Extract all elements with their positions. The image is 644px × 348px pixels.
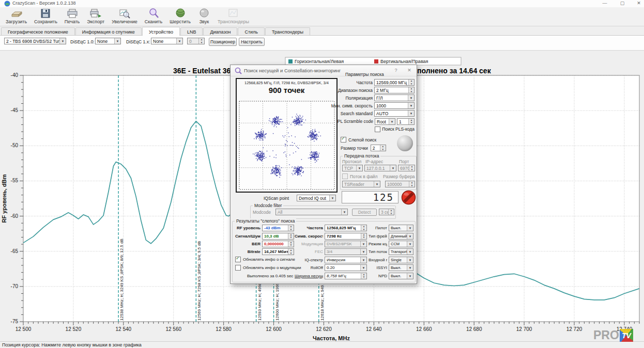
result-2-stepper[interactable]: 0,0000000▲▼	[262, 241, 294, 247]
spinner-arrows-icon[interactable]: ▲▼	[361, 273, 366, 279]
diseqc10-select[interactable]: None▼	[95, 38, 121, 44]
protocol-select[interactable]: TCP▼	[342, 165, 363, 171]
export-icon	[89, 8, 102, 19]
update-signal-info-checkbox[interactable]: Обновлять инфо о сигнале	[235, 257, 295, 262]
close-button[interactable]: ✕	[632, 0, 644, 7]
result-mid-1-stepper[interactable]: 7298 Кс▲▼	[325, 233, 367, 240]
result-right-5-select[interactable]: Выкл.▼	[389, 264, 413, 271]
result-right-2-select[interactable]: CCM▼	[389, 241, 413, 247]
tab-4[interactable]: Диапазон	[203, 27, 237, 36]
point-size-stepper[interactable]: 2▲▼	[371, 145, 386, 151]
svg-text:12 560: 12 560	[165, 326, 181, 332]
param-3-select[interactable]: 1000▼	[374, 102, 415, 109]
maximize-button[interactable]: ▢	[615, 0, 630, 7]
toolbar-button-export[interactable]: Экспорт	[83, 7, 108, 24]
checkbox-checked-icon[interactable]	[235, 257, 241, 262]
stream-to-file-checkbox[interactable]: Поток в файл	[342, 173, 378, 179]
result-1-stepper[interactable]: 10,3 dB▲▼	[262, 233, 294, 240]
checkbox-checked-icon[interactable]	[341, 137, 346, 143]
result-right-4-select[interactable]: Single▼	[389, 257, 413, 263]
tab-0[interactable]: Географическое положение	[1, 27, 75, 36]
spinner-arrows-icon[interactable]: ▲▼	[409, 181, 415, 187]
result-mid-3-select[interactable]: 3/4▼	[325, 248, 367, 255]
tab-2[interactable]: Устройство	[142, 27, 180, 36]
spinner-arrows-icon[interactable]: ▲▼	[380, 145, 386, 151]
result-right-3-select[interactable]: Transport▼	[389, 248, 413, 255]
detect-interval-stepper[interactable]: 3 сек▲▼	[379, 209, 394, 215]
toolbar-button-wool-ball[interactable]: Шерстить	[166, 7, 194, 24]
toolbar-button-sound-sphere[interactable]: Звук	[194, 7, 214, 24]
spinner-arrows-icon[interactable]: ▲▼	[408, 87, 414, 93]
minimize-button[interactable]: —	[597, 0, 612, 7]
dialog-close-button[interactable]: ✕	[402, 67, 417, 74]
stop-button[interactable]	[401, 190, 416, 205]
svg-text:12 700: 12 700	[516, 326, 532, 332]
reader-select[interactable]: TSReader▼	[342, 181, 380, 187]
result-right-0-select[interactable]: Выкл.▼	[389, 225, 413, 231]
result-mid-0-stepper[interactable]: 12568,825 МГц▲▼	[325, 225, 367, 231]
iqscan-select[interactable]: Demod IQ out▼	[297, 195, 336, 201]
result-mid-6-stepper[interactable]: 8,758 МГц▲▼	[325, 273, 367, 279]
spinner-arrows-icon[interactable]: ▲▼	[409, 165, 415, 171]
pl-scramble-stepper[interactable]: 1▲▼	[397, 118, 415, 125]
pl-scramble-mode-select[interactable]: Root▼	[375, 118, 395, 125]
toolbar-button-scan-magnifier[interactable]: Сканить	[141, 7, 166, 24]
spinner-arrows-icon[interactable]: ▲▼	[288, 233, 294, 239]
positioner-button[interactable]: Позиционер	[209, 38, 237, 46]
spinner-arrows-icon[interactable]: ▲▼	[198, 38, 204, 44]
spinner-arrows-icon[interactable]: ▲▼	[288, 225, 294, 231]
result-0-stepper[interactable]: -43 dBm▲▼	[262, 225, 294, 231]
toolbar-button-transponders-chart: Транспондеры	[214, 7, 253, 24]
port-stepper[interactable]: 6970▲▼	[398, 165, 415, 171]
position-stepper[interactable]: 0▲▼	[187, 38, 205, 44]
tab-6[interactable]: Транспондеры	[265, 27, 310, 36]
result-right-6-select[interactable]: Выкл.▼	[389, 273, 413, 279]
ip-select[interactable]: 127.0.0.1▼	[364, 165, 396, 171]
checkbox-unchecked-icon[interactable]	[375, 126, 380, 132]
chevron-down-icon: ▼	[356, 165, 362, 171]
tab-5[interactable]: Стиль	[238, 27, 265, 36]
result-mid-5-select[interactable]: 0.20▼	[325, 264, 367, 271]
modcode-group-label: Modcode filter	[253, 203, 283, 208]
spinner-arrows-icon[interactable]: ▲▼	[288, 249, 294, 255]
modcode-select[interactable]: All▼	[275, 209, 348, 215]
spinner-arrows-icon[interactable]: ▲▼	[288, 241, 294, 247]
result-label: ISSYI	[369, 265, 387, 270]
dialog-title-bar[interactable]: Поиск несущей и Constellation-мониторинг…	[231, 65, 417, 76]
result-3-stepper[interactable]: 16,267 Мбит▲▼	[262, 248, 294, 255]
results-group: Результаты "слепого" поиска RF уровень-4…	[232, 221, 416, 282]
svg-text:12 720: 12 720	[566, 326, 582, 332]
blind-search-checkbox[interactable]: Слепой поиск	[341, 137, 376, 143]
tab-1[interactable]: Информация о спутнике	[75, 27, 142, 36]
chevron-down-icon: ▼	[408, 110, 414, 116]
result-row-RF уровень: RF уровень-43 dBm▲▼	[235, 224, 294, 232]
chevron-down-icon: ▼	[176, 38, 182, 44]
checkbox-unchecked-icon[interactable]	[342, 173, 348, 179]
param-0-stepper[interactable]: 12569,000 МГц▲▼	[374, 79, 415, 86]
param-2-select[interactable]: Г/Л▼	[374, 94, 415, 101]
diseqc1x-select[interactable]: None▼	[151, 38, 183, 44]
spinner-arrows-icon[interactable]: ▲▼	[361, 233, 366, 239]
toolbar-button-open[interactable]: Загрузить	[2, 7, 30, 24]
spinner-arrows-icon[interactable]: ▲▼	[408, 119, 414, 124]
buffer-size-stepper[interactable]: 100000▲▼	[385, 181, 415, 187]
detect-button[interactable]: Detect	[352, 209, 377, 216]
toolbar-button-print[interactable]: Печать	[61, 7, 83, 24]
result-mid-2-select[interactable]: DVBS2/8PSK▼	[325, 241, 367, 247]
configure-button[interactable]: Настроить	[239, 38, 265, 46]
spinner-arrows-icon[interactable]: ▲▼	[361, 225, 366, 231]
tab-3[interactable]: LNB	[180, 27, 203, 36]
result-right-1-select[interactable]: Длинный▼	[389, 233, 413, 240]
spinner-arrows-icon[interactable]: ▲▼	[388, 209, 394, 215]
checkbox-unchecked-icon[interactable]	[235, 265, 241, 271]
param-1-stepper[interactable]: 2 МГц▲▼	[374, 87, 415, 93]
tuner-select[interactable]: 2 - TBS 6908 DVBS/S2 Tuner 0▼	[4, 38, 66, 44]
spinner-arrows-icon[interactable]: ▲▼	[408, 80, 414, 85]
toolbar-button-zoom-chart[interactable]: Увеличение	[108, 7, 141, 24]
update-modulation-info-checkbox[interactable]: Обновлять инфо о модуляции	[235, 265, 301, 271]
pls-search-checkbox[interactable]: Поиск PLS-кода	[324, 125, 415, 133]
toolbar-button-save[interactable]: Сохранить	[30, 7, 61, 24]
param-4-select[interactable]: AUTO▼	[374, 110, 415, 117]
dialog-help-button[interactable]: ?	[389, 67, 403, 74]
result-mid-4-select[interactable]: Инверсия▼	[325, 257, 367, 263]
